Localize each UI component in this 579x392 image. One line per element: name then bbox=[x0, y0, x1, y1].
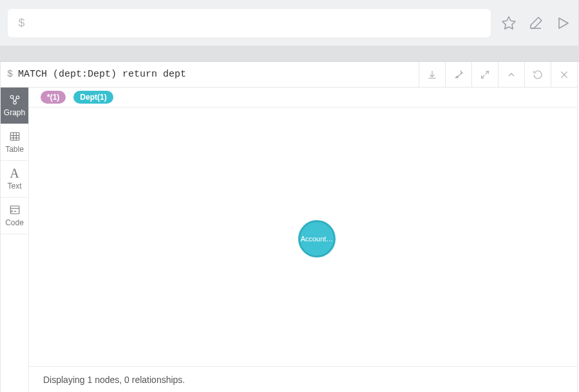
tab-text-label: Text bbox=[7, 182, 21, 191]
close-icon bbox=[559, 70, 569, 80]
label-chip-row: *(1) Dept(1) bbox=[29, 88, 577, 107]
download-button[interactable] bbox=[419, 62, 445, 87]
status-text: Displaying 1 nodes, 0 relationships. bbox=[43, 375, 185, 385]
erase-icon[interactable] bbox=[528, 15, 544, 31]
expand-button[interactable] bbox=[471, 62, 498, 87]
svg-rect-11 bbox=[10, 133, 19, 140]
table-icon bbox=[9, 131, 21, 142]
result-toolbar bbox=[419, 62, 577, 87]
rerun-button[interactable] bbox=[524, 62, 551, 87]
graph-node-label: Account… bbox=[301, 235, 334, 243]
tab-graph[interactable]: Graph bbox=[1, 88, 28, 124]
svg-rect-16 bbox=[10, 206, 19, 214]
chevron-up-icon bbox=[506, 70, 517, 80]
tab-table-label: Table bbox=[5, 145, 24, 154]
divider-strip bbox=[0, 46, 579, 62]
text-icon: A bbox=[9, 167, 21, 179]
tab-graph-label: Graph bbox=[4, 108, 25, 117]
pin-icon bbox=[453, 70, 464, 80]
code-icon bbox=[9, 204, 21, 216]
svg-marker-0 bbox=[502, 17, 515, 29]
tab-code[interactable]: Code bbox=[1, 198, 28, 234]
expand-icon bbox=[480, 70, 490, 80]
command-bar bbox=[0, 0, 579, 46]
chip-all[interactable]: *(1) bbox=[41, 91, 66, 104]
run-icon[interactable] bbox=[555, 15, 571, 31]
svg-point-7 bbox=[16, 96, 19, 99]
graph-icon bbox=[9, 94, 21, 106]
query-input[interactable] bbox=[8, 9, 491, 37]
tab-code-label: Code bbox=[5, 218, 24, 227]
result-body: Graph Table A Text Code *(1) Dept(1) bbox=[1, 88, 577, 392]
close-button[interactable] bbox=[551, 62, 577, 87]
chip-dept[interactable]: Dept(1) bbox=[73, 91, 113, 104]
tab-text[interactable]: A Text bbox=[1, 161, 28, 198]
download-icon bbox=[427, 70, 437, 80]
collapse-button[interactable] bbox=[498, 62, 524, 87]
refresh-icon bbox=[533, 70, 543, 80]
executed-query-text: MATCH (dept:Dept) return dept bbox=[18, 69, 186, 80]
view-tabs: Graph Table A Text Code bbox=[1, 88, 29, 392]
svg-line-9 bbox=[13, 98, 14, 101]
command-bar-actions bbox=[491, 15, 571, 31]
status-bar: Displaying 1 nodes, 0 relationships. bbox=[29, 366, 577, 392]
svg-line-10 bbox=[15, 98, 16, 102]
canvas-area: *(1) Dept(1) Account… Displaying 1 nodes… bbox=[29, 88, 577, 392]
graph-node-dept[interactable]: Account… bbox=[298, 220, 336, 257]
svg-point-8 bbox=[13, 101, 16, 104]
result-frame: $ MATCH (dept:Dept) return dept bbox=[0, 62, 578, 392]
prompt-symbol: $ bbox=[7, 69, 13, 80]
svg-marker-2 bbox=[559, 18, 568, 28]
tab-table[interactable]: Table bbox=[1, 124, 28, 161]
favorite-icon[interactable] bbox=[501, 15, 517, 31]
executed-query-bar: $ MATCH (dept:Dept) return dept bbox=[1, 62, 577, 88]
graph-canvas[interactable]: Account… bbox=[29, 107, 577, 366]
pin-button[interactable] bbox=[445, 62, 471, 87]
